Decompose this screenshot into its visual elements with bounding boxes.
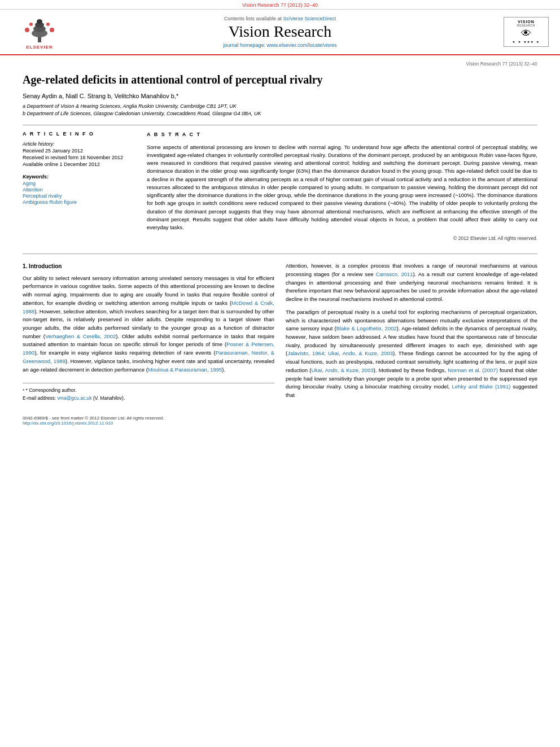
elsevier-brand-label: ELSEVIER <box>26 45 53 50</box>
journal-title: Vision Research <box>68 23 492 41</box>
history-label: Article history: <box>23 141 135 147</box>
article-content: Vision Research 77 (2013) 32–40 Age-rela… <box>0 55 560 437</box>
abstract-copyright: © 2012 Elsevier Ltd. All rights reserved… <box>147 235 537 242</box>
sciverse-prefix: Contents lists available at <box>224 16 282 21</box>
ref-blake[interactable]: Blake & Logothetis, 2002 <box>336 325 397 331</box>
ref-norman[interactable]: Norman et al. (2007) <box>448 367 498 373</box>
doi-link[interactable]: http://dx.doi.org/10.1016/j.visres.2012.… <box>23 421 113 426</box>
abstract-heading: A B S T R A C T <box>147 131 537 139</box>
keyword-4: Ambiguous Rubin figure <box>23 199 135 205</box>
bottom-footer: 0042-6989/$ - see front matter © 2012 El… <box>23 416 537 426</box>
section-divider <box>23 254 537 254</box>
keyword-3: Perceptual rivalry <box>23 193 135 199</box>
sciverse-line: Contents lists available at SciVerse Sci… <box>68 16 492 21</box>
body-left-column: 1. Introduction Our ability to select re… <box>23 262 274 404</box>
keywords-section: Keywords: Aging Attention Perceptual riv… <box>23 174 135 205</box>
vr-logo-box: VISION RESEARCH 👁 ● ● ●●● ● <box>504 17 549 47</box>
journal-top-bar: Vision Research 77 (2013) 32–40 <box>0 0 560 10</box>
section-1-title: 1. Introduction <box>23 262 274 271</box>
journal-homepage: journal homepage: www.elsevier.com/locat… <box>68 42 492 48</box>
footnote-star-line: * * Corresponding author. <box>23 387 274 394</box>
vr-logo-title: VISION <box>506 20 546 24</box>
ref-parasuraman[interactable]: Parasuraman, Nestor, & Greenwood, 1989 <box>23 350 274 364</box>
ref-mouloua[interactable]: Mouloua & Parasuraman, 1995 <box>148 366 222 373</box>
keywords-label: Keywords: <box>23 174 135 180</box>
svg-point-7 <box>50 28 54 32</box>
body-columns: 1. Introduction Our ability to select re… <box>23 262 537 404</box>
right-paragraph-2: The paradigm of perceptual rivalry is a … <box>286 308 537 400</box>
article-meta-row: A R T I C L E I N F O Article history: R… <box>23 125 537 242</box>
affiliation-a: a Department of Vision & Hearing Science… <box>23 103 537 110</box>
ref-carrasco[interactable]: Carrasco, 2011 <box>375 271 413 277</box>
footer-left: 0042-6989/$ - see front matter © 2012 El… <box>23 416 537 426</box>
article-journal-ref: Vision Research 77 (2013) 32–40 <box>23 61 537 67</box>
body-right-column: Attention, however, is a complex process… <box>286 262 537 404</box>
ref-verhaeghen[interactable]: Verhaeghen & Cerella, 2002 <box>45 333 116 339</box>
affiliation-b: b Department of Life Sciences, Glasgow C… <box>23 110 537 117</box>
article-title: Age-related deficits in attentional cont… <box>23 72 537 87</box>
elsevier-tree-icon <box>23 14 56 43</box>
email-link[interactable]: vma@gcu.ac.uk <box>57 395 91 401</box>
right-paragraph-1: Attention, however, is a complex process… <box>286 262 537 304</box>
vr-logo-subtitle: RESEARCH <box>506 24 546 27</box>
article-authors: Senay Aydin a, Niall C. Strang b, Velitc… <box>23 93 537 99</box>
footnote-asterisk: * <box>23 388 24 393</box>
svg-point-9 <box>46 23 50 26</box>
elsevier-logo: ELSEVIER <box>11 14 68 50</box>
journal-header: ELSEVIER Contents lists available at Sci… <box>0 10 560 55</box>
svg-point-8 <box>29 23 33 26</box>
ref-jalavisto[interactable]: Jalavisto, 1964; Ukai, Ando, & Kuze, 200… <box>287 350 393 356</box>
vision-research-logo-area: VISION RESEARCH 👁 ● ● ●●● ● <box>492 17 549 47</box>
footer-issn: 0042-6989/$ - see front matter © 2012 El… <box>23 416 537 421</box>
available-online-date: Available online 1 December 2012 <box>23 161 135 167</box>
footnote-area: * * Corresponding author. E-mail address… <box>23 383 274 402</box>
ref-lehky[interactable]: Lehky and Blake (1991) <box>452 383 510 390</box>
article-affiliations: a Department of Vision & Hearing Science… <box>23 103 537 117</box>
svg-point-6 <box>25 28 29 32</box>
ref-mcdowd[interactable]: McDowd & Craik, 1988 <box>23 300 274 314</box>
abstract-section: A B S T R A C T Some aspects of attentio… <box>147 131 537 242</box>
footer-doi: http://dx.doi.org/10.1016/j.visres.2012.… <box>23 421 537 426</box>
svg-point-5 <box>37 19 42 24</box>
keyword-1: Aging <box>23 181 135 186</box>
footnote-corresponding: * Corresponding author. <box>26 387 77 393</box>
authors-text: Senay Aydin a, Niall C. Strang b, Velitc… <box>23 93 178 99</box>
email-suffix: (V. Manahilov). <box>93 395 125 401</box>
email-label: E-mail address: <box>23 395 56 401</box>
article-info-heading: A R T I C L E I N F O <box>23 131 135 137</box>
journal-center: Contents lists available at SciVerse Sci… <box>68 16 492 49</box>
abstract-text: Some aspects of attentional processing a… <box>147 143 537 232</box>
journal-ref-top: Vision Research 77 (2013) 32–40 <box>242 2 318 8</box>
vr-eye-icon: 👁 <box>506 28 546 38</box>
received-date-1: Received 25 January 2012 <box>23 148 135 154</box>
keyword-2: Attention <box>23 187 135 193</box>
vr-dots: ● ● ●●● ● <box>506 40 546 44</box>
received-revised-date: Received in revised form 16 November 201… <box>23 155 135 160</box>
intro-paragraph-1: Our ability to select relevant sensory i… <box>23 274 274 374</box>
article-info-column: A R T I C L E I N F O Article history: R… <box>23 131 135 242</box>
sciverse-link[interactable]: SciVerse ScienceDirect <box>283 16 336 21</box>
ref-ukai[interactable]: Ukai, Ando, & Kuze, 2003 <box>311 367 373 373</box>
footnote-email-line: E-mail address: vma@gcu.ac.uk (V. Manahi… <box>23 395 274 402</box>
